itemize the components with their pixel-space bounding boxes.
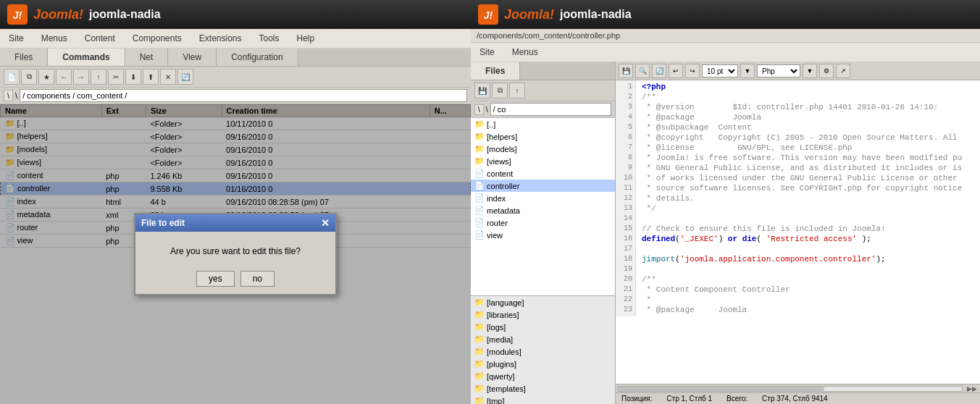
list-item[interactable]: 📁 [views] bbox=[471, 155, 615, 167]
left-navbar: Site Menus Content Components Extensions… bbox=[0, 29, 471, 49]
scrollbar-thumb[interactable] bbox=[618, 387, 824, 391]
nav-site[interactable]: Site bbox=[0, 30, 33, 46]
list-item[interactable]: 📁 [..] bbox=[471, 118, 615, 130]
list-item[interactable]: 📄 view bbox=[471, 229, 615, 241]
folder-icon: 📁 bbox=[474, 119, 485, 129]
editor-horizontal-scrollbar[interactable]: ▶▶ bbox=[616, 384, 980, 392]
icon-copy[interactable]: ⧉ bbox=[21, 69, 37, 85]
editor-redo-icon[interactable]: ↪ bbox=[685, 64, 700, 78]
icon-new-file[interactable]: 📄 bbox=[4, 69, 20, 85]
folder-icon: 📁 bbox=[474, 322, 485, 332]
folder-icon: 📁 bbox=[474, 298, 485, 307]
tab-configuration[interactable]: Configuration bbox=[217, 49, 298, 66]
editor-lang-down[interactable]: ▼ bbox=[803, 64, 817, 78]
editor-refresh-icon[interactable]: 🔄 bbox=[652, 64, 666, 78]
nav-extensions[interactable]: Extensions bbox=[190, 30, 251, 46]
list-item[interactable]: 📄 index bbox=[471, 192, 615, 204]
nav-help[interactable]: Help bbox=[288, 30, 324, 46]
path-root[interactable]: \ bbox=[4, 90, 13, 101]
tab-net[interactable]: Net bbox=[125, 49, 169, 66]
right-file-list-top: 📁 [..] 📁 [helpers] 📁 [models] 📁 [views] … bbox=[471, 118, 615, 295]
list-item[interactable]: 📄 metadata bbox=[471, 204, 615, 216]
icon-move[interactable]: ✂ bbox=[108, 69, 124, 85]
editor-settings-icon[interactable]: ⚙ bbox=[819, 64, 834, 78]
editor-language-select[interactable]: Php HTML CSS JS bbox=[757, 64, 800, 77]
icon-forward[interactable]: → bbox=[73, 69, 89, 85]
right-path-sep: \ bbox=[486, 106, 488, 114]
dialog-buttons: yes no bbox=[135, 264, 335, 294]
nav-menus[interactable]: Menus bbox=[33, 30, 76, 46]
left-logo-text: Joomla! bbox=[33, 7, 83, 22]
dialog-content: Are you sure want to edit this file? bbox=[135, 232, 335, 264]
right-site-title: joomla-nadia bbox=[560, 8, 632, 21]
folder-icon: 📁 bbox=[474, 156, 485, 166]
right-icon-bar: 💾 ⧉ ↑ bbox=[471, 80, 615, 101]
icon-download[interactable]: ⬇ bbox=[125, 69, 141, 85]
right-filepath: /components/com_content/controller.php bbox=[471, 29, 980, 43]
list-item[interactable]: 📁 [media] bbox=[471, 333, 615, 345]
list-item[interactable]: 📁 [helpers] bbox=[471, 130, 615, 143]
list-item[interactable]: 📄 controller bbox=[471, 180, 615, 192]
svg-text:J!: J! bbox=[13, 9, 22, 21]
right-nav-site[interactable]: Site bbox=[471, 44, 503, 60]
nav-tools[interactable]: Tools bbox=[251, 30, 288, 46]
editor-font-down[interactable]: ▼ bbox=[740, 64, 755, 78]
toolbar-tabs: Files Commands Net View Configuration bbox=[0, 49, 471, 67]
editor-extra-icon[interactable]: ↗ bbox=[836, 64, 850, 78]
path-separator-1: \ bbox=[15, 91, 17, 100]
editor-undo-icon[interactable]: ↩ bbox=[669, 64, 683, 78]
icon-up[interactable]: ↑ bbox=[91, 69, 106, 85]
scrollbar-track bbox=[617, 386, 963, 392]
list-item[interactable]: 📁 [language] bbox=[471, 296, 615, 308]
editor-content-area[interactable]: 1234567891011121314151617181920212223 <?… bbox=[616, 80, 980, 384]
file-icon: 📄 bbox=[474, 169, 485, 178]
dialog-message: Are you sure want to edit this file? bbox=[170, 246, 301, 256]
right-icon-save[interactable]: 💾 bbox=[474, 83, 490, 98]
list-item[interactable]: 📁 [modules] bbox=[471, 345, 615, 358]
right-header: J! Joomla! joomla-nadia bbox=[471, 0, 980, 29]
list-item[interactable]: 📁 [tmp] bbox=[471, 395, 615, 404]
dialog-yes-button[interactable]: yes bbox=[196, 271, 235, 287]
restricted-text: Restricted bbox=[771, 235, 818, 243]
nav-content[interactable]: Content bbox=[76, 30, 124, 46]
tab-view[interactable]: View bbox=[168, 49, 217, 66]
right-path-root[interactable]: \ bbox=[474, 104, 484, 115]
list-item[interactable]: 📄 router bbox=[471, 216, 615, 229]
path-input[interactable] bbox=[20, 89, 467, 102]
icon-back[interactable]: ← bbox=[56, 69, 72, 85]
right-logo-text: Joomla! bbox=[504, 7, 554, 22]
icon-refresh[interactable]: 🔄 bbox=[177, 69, 193, 85]
right-tab-files[interactable]: Files bbox=[471, 62, 520, 80]
list-item[interactable]: 📁 [logs] bbox=[471, 321, 615, 333]
code-editor: 💾 🔍 🔄 ↩ ↪ 10 pt 12 pt 14 pt ▼ Php HTML C… bbox=[616, 62, 980, 404]
tab-files[interactable]: Files bbox=[0, 49, 48, 66]
icon-star[interactable]: ★ bbox=[38, 69, 54, 85]
list-item[interactable]: 📄 content bbox=[471, 167, 615, 180]
dialog-close-button[interactable]: ✕ bbox=[321, 217, 330, 229]
editor-search-icon[interactable]: 🔍 bbox=[635, 64, 650, 78]
file-icon: 📄 bbox=[474, 218, 485, 227]
right-icon-copy[interactable]: ⧉ bbox=[492, 83, 508, 98]
code-content[interactable]: <?php /** * @version $Id: controller.php… bbox=[636, 80, 968, 316]
left-site-title: joomla-nadia bbox=[89, 8, 161, 21]
icon-upload[interactable]: ⬆ bbox=[143, 69, 159, 85]
dialog-no-button[interactable]: no bbox=[240, 271, 275, 287]
editor-save-icon[interactable]: 💾 bbox=[619, 64, 633, 78]
folder-icon: 📁 bbox=[474, 310, 485, 319]
list-item[interactable]: 📁 [plugins] bbox=[471, 358, 615, 370]
nav-components[interactable]: Components bbox=[124, 30, 190, 46]
folder-icon: 📁 bbox=[474, 359, 485, 369]
right-file-browser: Files 💾 ⧉ ↑ \ \ 📁 [..] 📁 [helpers] 📁 [mo… bbox=[471, 62, 616, 404]
right-path-input[interactable] bbox=[490, 103, 611, 116]
list-item[interactable]: 📁 [templates] bbox=[471, 382, 615, 395]
list-item[interactable]: 📁 [libraries] bbox=[471, 308, 615, 321]
right-icon-up[interactable]: ↑ bbox=[509, 83, 525, 98]
editor-lines: 1234567891011121314151617181920212223 <?… bbox=[616, 80, 980, 316]
right-nav-menus[interactable]: Menus bbox=[503, 44, 547, 60]
editor-font-size-select[interactable]: 10 pt 12 pt 14 pt bbox=[702, 64, 738, 77]
icon-delete[interactable]: ✕ bbox=[160, 69, 176, 85]
tab-commands[interactable]: Commands bbox=[48, 49, 125, 66]
dialog-title-bar: File to edit ✕ bbox=[135, 214, 335, 232]
list-item[interactable]: 📁 [qwerty] bbox=[471, 370, 615, 382]
list-item[interactable]: 📁 [models] bbox=[471, 143, 615, 155]
